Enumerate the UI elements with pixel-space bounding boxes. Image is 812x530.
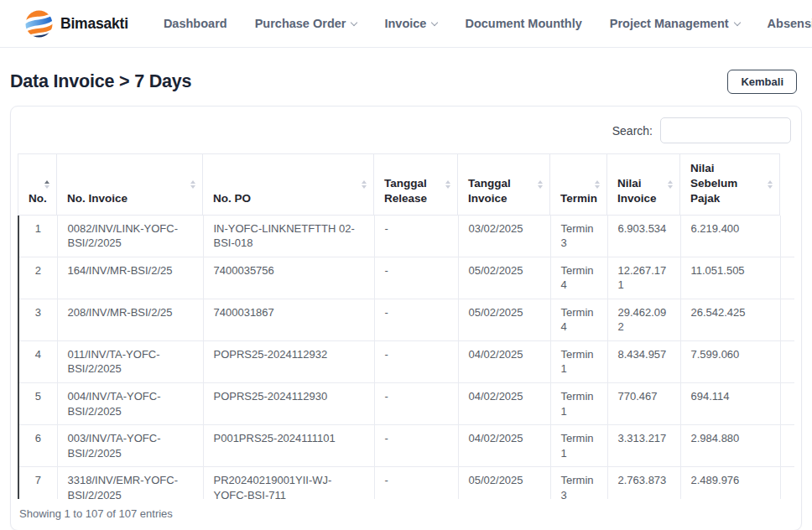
column-header-tanggal-release[interactable]: Tanggal Release xyxy=(374,154,458,216)
cell-nilai-sebelum-pajak: 2.984.880 xyxy=(680,425,780,467)
chevron-down-icon xyxy=(733,18,740,25)
table-row: 3208/INV/MR-BSI/2/257400031867-05/02/202… xyxy=(18,299,794,340)
sort-icon xyxy=(595,180,600,189)
nav-item-label: Dashboard xyxy=(164,17,227,30)
cell-tanggal-invoice: 04/02/2025 xyxy=(458,340,550,382)
filler-cell xyxy=(780,340,794,382)
cell-termin: Termin 1 xyxy=(550,425,607,467)
sort-icon xyxy=(362,180,367,189)
column-header-no-po[interactable]: No. PO xyxy=(203,154,374,216)
cell-no-invoice: 003/INV/TA-YOFC-BSI/2/2025 xyxy=(57,425,203,467)
cell-no: 4 xyxy=(18,340,57,382)
cell-no: 5 xyxy=(18,383,57,425)
cell-nilai-invoice: 29.462.092 xyxy=(607,299,680,340)
cell-termin: Termin 3 xyxy=(550,467,607,499)
brand-name: Bimasakti xyxy=(60,15,128,33)
cell-no-invoice: 164/INV/MR-BSI/2/25 xyxy=(57,257,203,299)
sort-icon xyxy=(768,180,773,189)
filler-cell xyxy=(780,299,794,340)
cell-tanggal-invoice: 05/02/2025 xyxy=(458,257,550,299)
cell-nilai-sebelum-pajak: 694.114 xyxy=(680,383,780,425)
cell-nilai-invoice: 12.267.171 xyxy=(607,257,680,299)
cell-nilai-invoice: 8.434.957 xyxy=(607,340,680,382)
nav-item-document-mounthly[interactable]: Document Mounthly xyxy=(465,17,581,30)
cell-no-po: POPRS25-2024112932 xyxy=(203,340,374,382)
column-header-nilai-sebelum-pajak[interactable]: Nilai Sebelum Pajak xyxy=(680,154,780,216)
invoice-table-body: 10082/INV/LINK-YOFC-BSI/2/2025IN-YOFC-LI… xyxy=(18,216,794,499)
brand[interactable]: Bimasakti xyxy=(25,10,128,38)
cell-no-po: PR20240219001YII-WJ-YOFC-BSI-711 xyxy=(203,467,374,499)
cell-nilai-sebelum-pajak: 11.051.505 xyxy=(680,257,780,299)
chevron-down-icon xyxy=(351,18,357,25)
filler-cell xyxy=(780,467,794,499)
cell-no-po: P001PRS25-2024111101 xyxy=(203,425,374,467)
table-row: 73318/INV/EMR-YOFC-BSI/2/2025PR202402190… xyxy=(18,467,794,499)
cell-tanggal-release: - xyxy=(374,340,458,382)
nav-item-absensi[interactable]: Absensi xyxy=(768,17,812,30)
column-label: No. xyxy=(29,192,47,205)
filler-cell xyxy=(780,216,794,257)
cell-no: 7 xyxy=(18,467,57,499)
sort-icon xyxy=(445,180,450,189)
cell-no: 2 xyxy=(18,257,57,299)
filler-cell xyxy=(780,257,794,299)
cell-tanggal-release: - xyxy=(374,216,458,257)
nav-item-label: Absensi xyxy=(768,17,812,30)
cell-nilai-invoice: 770.467 xyxy=(607,383,680,425)
cell-nilai-sebelum-pajak: 26.542.425 xyxy=(680,299,780,340)
nav-item-label: Project Management xyxy=(610,17,729,30)
cell-termin: Termin 4 xyxy=(550,299,607,340)
column-header-no[interactable]: No. xyxy=(18,154,57,216)
cell-no-po: 7400031867 xyxy=(203,299,374,340)
page-title: Data Invoice > 7 Days xyxy=(10,71,191,92)
cell-termin: Termin 3 xyxy=(550,216,607,257)
nav-item-label: Document Mounthly xyxy=(465,17,581,30)
cell-tanggal-release: - xyxy=(374,467,458,499)
cell-no-po: IN-YOFC-LINKNETFTTH 02-BSI-018 xyxy=(203,216,374,257)
cell-tanggal-invoice: 05/02/2025 xyxy=(458,467,550,499)
table-row: 10082/INV/LINK-YOFC-BSI/2/2025IN-YOFC-LI… xyxy=(18,216,794,257)
cell-no-invoice: 3318/INV/EMR-YOFC-BSI/2/2025 xyxy=(57,467,203,499)
column-label: No. PO xyxy=(213,192,251,205)
column-header-no-invoice[interactable]: No. Invoice xyxy=(57,154,203,216)
cell-nilai-invoice: 6.903.534 xyxy=(607,216,680,257)
table-body: 10082/INV/LINK-YOFC-BSI/2/2025IN-YOFC-LI… xyxy=(18,216,794,499)
table-info: Showing 1 to 107 of 107 entries xyxy=(18,499,794,525)
cell-tanggal-invoice: 04/02/2025 xyxy=(458,425,550,467)
column-header-termin[interactable]: Termin xyxy=(550,154,607,216)
nav-item-project-management[interactable]: Project Management xyxy=(610,17,740,30)
table-row: 4011/INV/TA-YOFC-BSI/2/2025POPRS25-20241… xyxy=(18,340,794,382)
sort-icon xyxy=(538,180,543,189)
header-row: No.No. InvoiceNo. POTanggal ReleaseTangg… xyxy=(18,154,780,216)
nav-item-dashboard[interactable]: Dashboard xyxy=(164,17,227,30)
nav-item-invoice[interactable]: Invoice xyxy=(384,17,437,30)
search-input[interactable] xyxy=(660,117,791,143)
cell-termin: Termin 1 xyxy=(550,340,607,382)
cell-nilai-sebelum-pajak: 7.599.060 xyxy=(680,340,780,382)
back-button[interactable]: Kembali xyxy=(727,70,797,94)
sort-icon xyxy=(668,180,673,189)
invoice-table-header: No.No. InvoiceNo. POTanggal ReleaseTangg… xyxy=(18,153,780,216)
table-scroll-area[interactable]: 10082/INV/LINK-YOFC-BSI/2/2025IN-YOFC-LI… xyxy=(18,216,794,499)
sort-icon xyxy=(44,180,49,189)
cell-no: 3 xyxy=(18,299,57,340)
top-navbar: Bimasakti DashboardPurchase OrderInvoice… xyxy=(0,0,812,48)
cell-tanggal-release: - xyxy=(374,425,458,467)
cell-no-invoice: 0082/INV/LINK-YOFC-BSI/2/2025 xyxy=(57,216,203,257)
cell-no-po: 7400035756 xyxy=(203,257,374,299)
cell-no-po: POPRS25-2024112930 xyxy=(203,383,374,425)
nav-menu: DashboardPurchase OrderInvoiceDocument M… xyxy=(164,17,812,30)
column-header-tanggal-invoice[interactable]: Tanggal Invoice xyxy=(458,154,550,216)
nav-item-purchase-order[interactable]: Purchase Order xyxy=(255,17,357,30)
cell-nilai-invoice: 3.313.217 xyxy=(607,425,680,467)
cell-tanggal-release: - xyxy=(374,383,458,425)
cell-no-invoice: 011/INV/TA-YOFC-BSI/2/2025 xyxy=(57,340,203,382)
table-row: 5004/INV/TA-YOFC-BSI/2/2025POPRS25-20241… xyxy=(18,383,794,425)
cell-nilai-sebelum-pajak: 2.489.976 xyxy=(680,467,780,499)
column-header-nilai-invoice[interactable]: Nilai Invoice xyxy=(607,154,680,216)
column-label: Nilai Invoice xyxy=(617,177,657,205)
cell-tanggal-release: - xyxy=(374,257,458,299)
cell-termin: Termin 4 xyxy=(550,257,607,299)
invoice-table-card: Search: No.No. InvoiceNo. POTanggal Rele… xyxy=(10,106,802,530)
cell-nilai-invoice: 2.763.873 xyxy=(607,467,680,499)
